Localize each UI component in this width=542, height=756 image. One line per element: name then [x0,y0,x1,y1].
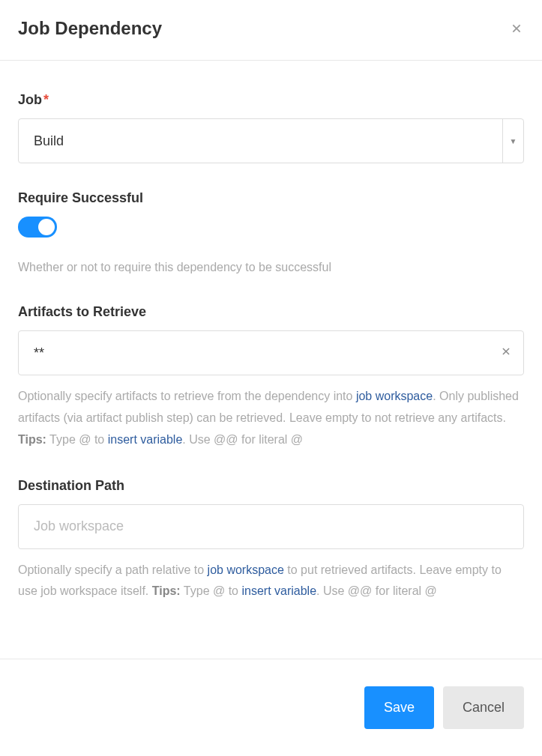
job-workspace-link[interactable]: job workspace [208,563,284,576]
destination-label: Destination Path [18,478,524,494]
require-successful-help: Whether or not to require this dependenc… [18,257,524,277]
artifacts-input[interactable] [19,331,489,375]
artifacts-label: Artifacts to Retrieve [18,304,524,320]
job-workspace-link[interactable]: job workspace [356,390,433,402]
job-select-value: Build [19,119,502,163]
destination-help: Optionally specify a path relative to jo… [18,560,524,603]
cancel-button[interactable]: Cancel [443,686,524,729]
insert-variable-link[interactable]: insert variable [241,584,316,597]
chevron-down-icon: ▼ [502,119,523,163]
insert-variable-link[interactable]: insert variable [108,433,183,446]
destination-input[interactable] [19,505,523,548]
close-icon [511,22,523,34]
job-label: Job* [18,92,524,108]
require-successful-toggle[interactable] [18,217,57,238]
job-select[interactable]: Build ▼ [18,118,524,163]
close-icon [501,346,511,357]
required-indicator: * [43,92,49,107]
require-successful-label: Require Successful [18,190,524,206]
dialog-title: Job Dependency [18,18,162,39]
close-button[interactable] [509,21,524,36]
artifacts-help: Optionally specify artifacts to retrieve… [18,386,524,450]
toggle-knob [38,219,55,235]
clear-artifacts-button[interactable] [489,346,523,360]
save-button[interactable]: Save [364,686,434,729]
